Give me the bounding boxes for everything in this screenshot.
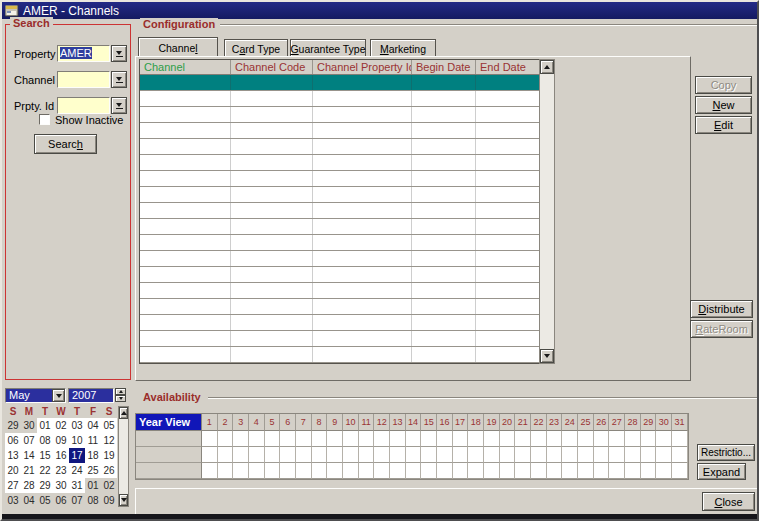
- table-row[interactable]: [140, 331, 539, 347]
- year-spinner-up-button[interactable]: [115, 388, 126, 395]
- availability-cell[interactable]: [468, 463, 484, 479]
- availability-cell[interactable]: [374, 431, 390, 447]
- calendar-day[interactable]: 06: [53, 493, 69, 508]
- calendar-day[interactable]: 30: [53, 478, 69, 493]
- availability-cell[interactable]: [312, 431, 328, 447]
- scroll-down-button[interactable]: [540, 349, 554, 363]
- calendar-day[interactable]: 12: [101, 433, 117, 448]
- calendar-day[interactable]: 16: [53, 448, 69, 463]
- availability-cell[interactable]: [453, 431, 469, 447]
- new-button[interactable]: New: [695, 96, 752, 114]
- table-row[interactable]: [140, 155, 539, 171]
- availability-cell[interactable]: [202, 447, 218, 463]
- availability-cell[interactable]: [500, 463, 516, 479]
- calendar-day[interactable]: 07: [69, 493, 85, 508]
- availability-cell[interactable]: [437, 463, 453, 479]
- availability-cell[interactable]: [453, 463, 469, 479]
- calendar-day[interactable]: 22: [37, 463, 53, 478]
- column-header[interactable]: End Date: [476, 60, 539, 74]
- availability-cell[interactable]: [421, 431, 437, 447]
- calendar-day[interactable]: 19: [101, 448, 117, 463]
- calendar-day[interactable]: 27: [5, 478, 21, 493]
- availability-cell[interactable]: [515, 463, 531, 479]
- availability-cell[interactable]: [578, 463, 594, 479]
- table-row[interactable]: [140, 219, 539, 235]
- channel-input[interactable]: [57, 71, 110, 88]
- availability-cell[interactable]: [468, 447, 484, 463]
- table-row[interactable]: [140, 75, 539, 91]
- calendar-day[interactable]: 03: [69, 418, 85, 433]
- calendar-day[interactable]: 23: [53, 463, 69, 478]
- availability-cell[interactable]: [343, 447, 359, 463]
- availability-cell[interactable]: [484, 463, 500, 479]
- calendar-day[interactable]: 30: [21, 418, 37, 433]
- calendar-day[interactable]: 21: [21, 463, 37, 478]
- table-row[interactable]: [140, 107, 539, 123]
- availability-cell[interactable]: [390, 447, 406, 463]
- table-row[interactable]: [140, 235, 539, 251]
- availability-cell[interactable]: [625, 447, 641, 463]
- availability-cell[interactable]: [594, 431, 610, 447]
- availability-cell[interactable]: [249, 431, 265, 447]
- availability-cell[interactable]: [641, 431, 657, 447]
- edit-button[interactable]: Edit: [695, 116, 752, 134]
- availability-cell[interactable]: [625, 463, 641, 479]
- availability-cell[interactable]: [343, 463, 359, 479]
- table-row[interactable]: [140, 123, 539, 139]
- calendar-day[interactable]: 05: [101, 418, 117, 433]
- calendar-day[interactable]: 01: [37, 418, 53, 433]
- column-header[interactable]: Channel: [140, 60, 231, 74]
- availability-cell[interactable]: [202, 463, 218, 479]
- availability-cell[interactable]: [343, 431, 359, 447]
- calendar-day[interactable]: 10: [69, 433, 85, 448]
- prpty-id-input[interactable]: [57, 97, 110, 114]
- availability-cell[interactable]: [280, 431, 296, 447]
- property-input[interactable]: AMER: [57, 45, 110, 62]
- table-row[interactable]: [140, 251, 539, 267]
- availability-cell[interactable]: [437, 431, 453, 447]
- table-row[interactable]: [140, 171, 539, 187]
- calendar-day[interactable]: 08: [37, 433, 53, 448]
- availability-cell[interactable]: [296, 463, 312, 479]
- availability-cell[interactable]: [327, 431, 343, 447]
- calendar-month-dropdown-button[interactable]: [52, 389, 65, 402]
- availability-cell[interactable]: [500, 447, 516, 463]
- table-vertical-scrollbar[interactable]: [539, 59, 555, 364]
- availability-cell[interactable]: [500, 431, 516, 447]
- close-button[interactable]: Close: [702, 492, 755, 511]
- availability-cell[interactable]: [249, 463, 265, 479]
- availability-cell[interactable]: [453, 447, 469, 463]
- availability-cell[interactable]: [672, 431, 688, 447]
- calendar-day[interactable]: 04: [21, 493, 37, 508]
- availability-cell[interactable]: [468, 431, 484, 447]
- availability-cell[interactable]: [406, 431, 422, 447]
- availability-cell[interactable]: [656, 431, 672, 447]
- calendar-day[interactable]: 03: [5, 493, 21, 508]
- calendar-day[interactable]: 02: [101, 478, 117, 493]
- calendar-scrollbar[interactable]: [118, 406, 129, 507]
- column-header[interactable]: Channel Code: [231, 60, 313, 74]
- calendar-day[interactable]: 07: [21, 433, 37, 448]
- availability-cell[interactable]: [625, 431, 641, 447]
- availability-cell[interactable]: [437, 447, 453, 463]
- year-view-header[interactable]: Year View: [136, 414, 202, 431]
- calendar-day[interactable]: 08: [85, 493, 101, 508]
- availability-cell[interactable]: [202, 431, 218, 447]
- rateroom-button[interactable]: RateRoom: [690, 320, 753, 338]
- table-row[interactable]: [140, 203, 539, 219]
- availability-cell[interactable]: [374, 447, 390, 463]
- availability-cell[interactable]: [280, 463, 296, 479]
- calendar-day[interactable]: 25: [85, 463, 101, 478]
- availability-cell[interactable]: [656, 463, 672, 479]
- availability-cell[interactable]: [562, 431, 578, 447]
- availability-cell[interactable]: [233, 463, 249, 479]
- availability-cell[interactable]: [531, 447, 547, 463]
- restrictions-button[interactable]: Restrictio...: [697, 444, 755, 461]
- availability-cell[interactable]: [421, 447, 437, 463]
- table-row[interactable]: [140, 299, 539, 315]
- distribute-button[interactable]: Distribute: [690, 300, 753, 318]
- availability-cell[interactable]: [390, 431, 406, 447]
- availability-cell[interactable]: [578, 447, 594, 463]
- calendar-day[interactable]: 06: [5, 433, 21, 448]
- channel-lov-button[interactable]: [111, 71, 127, 88]
